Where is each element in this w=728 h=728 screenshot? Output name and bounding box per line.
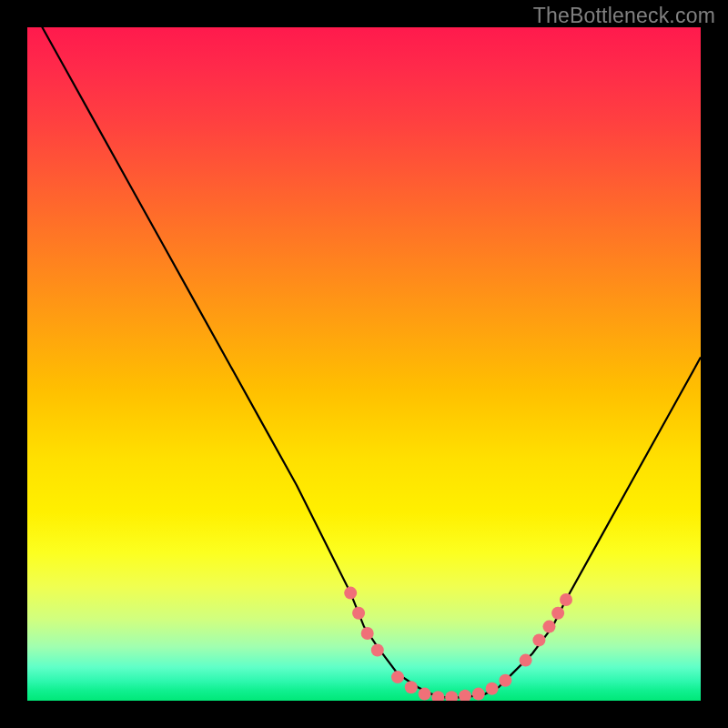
curve-marker — [543, 621, 556, 633]
curve-marker — [431, 691, 444, 701]
curve-marker — [486, 682, 499, 695]
curve-marker — [532, 633, 545, 646]
curve-marker — [520, 654, 532, 667]
curve-marker — [459, 690, 471, 701]
curve-marker — [361, 627, 374, 640]
curve-marker — [419, 688, 431, 701]
chart-plot-area — [27, 27, 701, 701]
curve-marker — [499, 674, 511, 687]
curve-marker — [560, 593, 572, 606]
curve-marker — [551, 607, 564, 620]
curve-marker — [445, 691, 458, 701]
curve-marker — [352, 607, 365, 620]
watermark-text: TheBottleneck.com — [533, 4, 715, 28]
curve-marker — [344, 587, 357, 600]
curve-marker — [472, 688, 485, 701]
bottleneck-curve — [27, 27, 701, 697]
chart-frame: TheBottleneck.com — [0, 0, 728, 728]
curve-markers — [344, 587, 572, 701]
chart-svg — [27, 27, 701, 701]
curve-marker — [405, 681, 418, 693]
curve-marker — [371, 644, 384, 657]
curve-marker — [391, 671, 404, 683]
